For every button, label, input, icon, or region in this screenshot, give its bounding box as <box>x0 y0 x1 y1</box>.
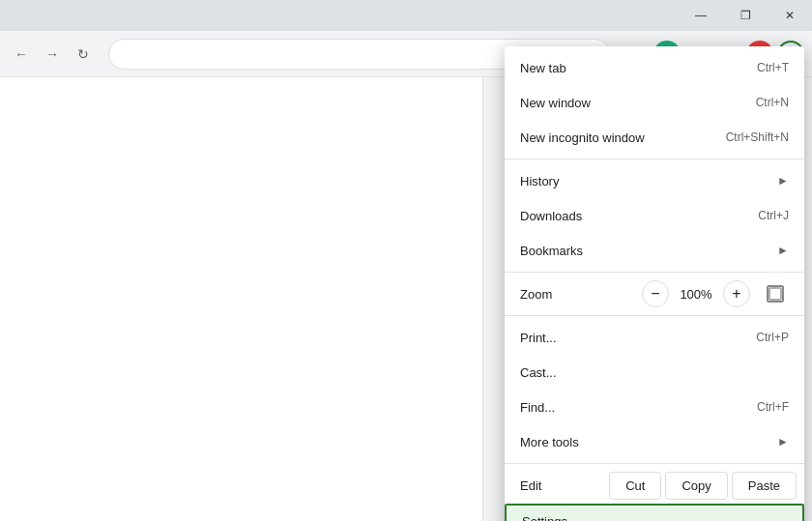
forward-button[interactable]: → <box>39 41 66 68</box>
edit-row: Edit Cut Copy Paste <box>505 468 804 504</box>
minimize-button[interactable]: — <box>679 0 723 31</box>
menu-item-downloads[interactable]: Downloads Ctrl+J <box>505 198 804 233</box>
zoom-in-button[interactable]: + <box>723 280 750 307</box>
content-area <box>0 77 483 521</box>
new-tab-label: New tab <box>520 61 566 75</box>
menu-item-settings[interactable]: Settings <box>505 504 804 521</box>
fullscreen-button[interactable] <box>762 280 789 307</box>
history-arrow: ► <box>777 174 789 188</box>
menu-item-bookmarks[interactable]: Bookmarks ► <box>505 233 804 268</box>
menu-item-new-window[interactable]: New window Ctrl+N <box>505 85 804 120</box>
copy-button[interactable]: Copy <box>665 472 727 500</box>
new-window-shortcut: Ctrl+N <box>756 96 789 109</box>
svg-rect-4 <box>769 288 781 300</box>
back-button[interactable]: ← <box>8 41 35 68</box>
menu-item-new-incognito[interactable]: New incognito window Ctrl+Shift+N <box>505 120 804 155</box>
print-label: Print... <box>520 331 557 345</box>
close-button[interactable]: ✕ <box>768 0 812 31</box>
find-shortcut: Ctrl+F <box>757 400 789 414</box>
cast-label: Cast... <box>520 365 557 380</box>
print-shortcut: Ctrl+P <box>756 331 789 344</box>
new-tab-shortcut: Ctrl+T <box>757 61 789 74</box>
downloads-label: Downloads <box>520 209 582 223</box>
menu-item-find[interactable]: Find... Ctrl+F <box>505 390 804 424</box>
more-tools-arrow: ► <box>777 435 789 449</box>
more-tools-label: More tools <box>520 435 579 449</box>
window-controls: — ❐ ✕ <box>679 0 812 31</box>
history-label: History <box>520 174 559 188</box>
zoom-controls: − 100% + <box>642 280 789 307</box>
menu-item-new-tab[interactable]: New tab Ctrl+T <box>505 50 804 85</box>
zoom-value: 100% <box>677 287 715 302</box>
bookmarks-label: Bookmarks <box>520 244 583 258</box>
new-window-label: New window <box>520 96 591 110</box>
chrome-menu: New tab Ctrl+T New window Ctrl+N New inc… <box>505 46 804 521</box>
maximize-button[interactable]: ❐ <box>723 0 768 31</box>
bookmarks-arrow: ► <box>777 244 789 257</box>
title-bar: — ❐ ✕ <box>0 0 812 31</box>
new-incognito-shortcut: Ctrl+Shift+N <box>726 130 789 144</box>
menu-item-print[interactable]: Print... Ctrl+P <box>505 320 804 355</box>
menu-item-cast[interactable]: Cast... <box>505 355 804 390</box>
find-label: Find... <box>520 400 555 415</box>
new-incognito-label: New incognito window <box>520 130 645 145</box>
paste-button[interactable]: Paste <box>732 472 797 500</box>
zoom-label: Zoom <box>520 287 642 302</box>
separator-4 <box>505 463 804 464</box>
menu-item-history[interactable]: History ► <box>505 163 804 198</box>
menu-item-more-tools[interactable]: More tools ► <box>505 424 804 459</box>
edit-label: Edit <box>512 478 605 493</box>
refresh-button[interactable]: ↻ <box>70 41 97 68</box>
separator-1 <box>505 159 804 159</box>
downloads-shortcut: Ctrl+J <box>758 209 789 222</box>
separator-2 <box>505 272 804 273</box>
zoom-row: Zoom − 100% + <box>505 276 804 311</box>
settings-label: Settings <box>522 514 567 522</box>
separator-3 <box>505 315 804 316</box>
cut-button[interactable]: Cut <box>609 472 661 500</box>
zoom-out-button[interactable]: − <box>642 280 669 307</box>
